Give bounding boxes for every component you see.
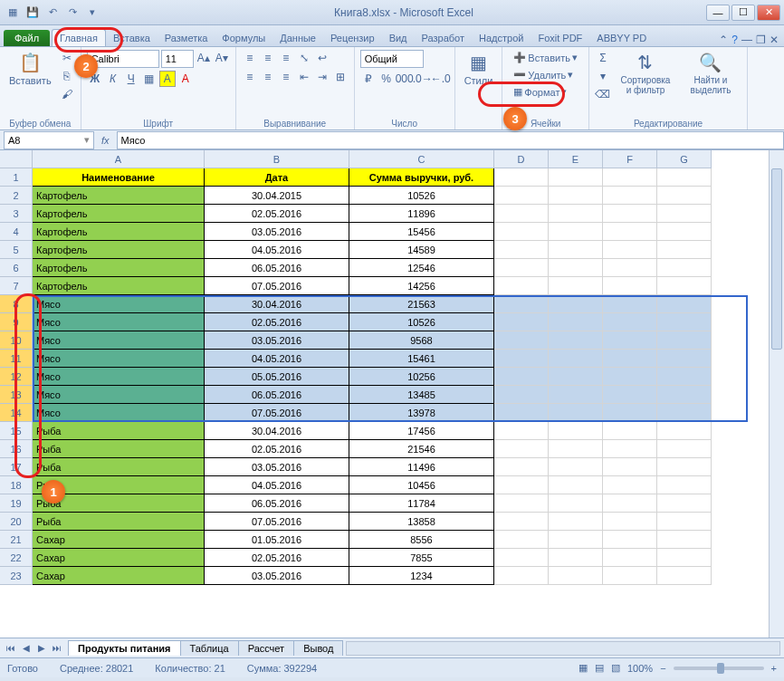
align-left-icon[interactable]: ≡ [242,69,258,85]
tab-review[interactable]: Рецензир [323,30,382,46]
cell[interactable]: 07.05.2016 [205,513,349,531]
cell[interactable]: 11784 [349,494,494,513]
shrink-font-icon[interactable]: A▾ [214,50,230,66]
paste-button[interactable]: 📋 Вставить [5,50,55,88]
cell[interactable] [549,368,603,386]
bold-button[interactable]: Ж [87,71,103,87]
cell[interactable]: 10456 [349,476,494,494]
row-header[interactable]: 11 [0,350,33,368]
cell[interactable] [657,513,712,531]
cell[interactable]: 21546 [349,440,494,458]
cell[interactable] [494,223,549,241]
cell[interactable] [657,476,712,494]
fill-icon[interactable]: ▾ [595,68,611,84]
cell[interactable] [603,422,657,440]
row-header[interactable]: 14 [0,404,33,422]
row-header[interactable]: 3 [0,205,33,223]
fill-color-icon[interactable]: A [159,71,176,87]
cell[interactable] [549,422,603,440]
autosum-icon[interactable]: Σ [595,50,611,66]
tab-addins[interactable]: Надстрой [472,30,531,46]
cell[interactable]: 8556 [349,531,494,549]
cell[interactable]: 14256 [349,277,494,295]
comma-icon[interactable]: 000 [397,71,413,87]
cell[interactable] [603,259,657,277]
cell[interactable] [549,168,603,187]
cell[interactable] [603,350,657,368]
sheet-tab[interactable]: Продукты питания [68,640,181,656]
qat-more-icon[interactable]: ▾ [83,4,101,22]
cell[interactable] [603,205,657,223]
sheet-last-icon[interactable]: ⏭ [50,641,64,656]
cell[interactable] [494,295,549,313]
cell[interactable]: 04.05.2016 [205,476,349,494]
row-header[interactable]: 15 [0,422,33,440]
row-header[interactable]: 8 [0,295,33,313]
cell[interactable] [603,531,657,549]
cell[interactable]: 03.05.2016 [205,223,349,241]
cell[interactable]: 13858 [349,513,494,531]
cell[interactable] [657,313,712,331]
cell[interactable] [657,277,712,295]
zoom-in-button[interactable]: + [771,663,777,674]
cell[interactable] [494,422,549,440]
cell[interactable] [549,350,603,368]
row-header[interactable]: 16 [0,440,33,458]
cell[interactable] [603,476,657,494]
cell[interactable] [603,295,657,313]
cell[interactable]: Рыба [33,513,205,531]
cell[interactable]: 21563 [349,295,494,313]
cell[interactable] [549,259,603,277]
redo-icon[interactable]: ↷ [63,4,81,22]
view-pagebreak-icon[interactable]: ▧ [611,662,620,674]
cell[interactable] [549,494,603,513]
tab-formulas[interactable]: Формулы [215,30,272,46]
cell[interactable]: Картофель [33,277,205,295]
cell[interactable] [494,205,549,223]
cell[interactable] [549,386,603,404]
cell[interactable] [603,440,657,458]
column-header-E[interactable]: E [549,150,603,168]
row-header[interactable]: 19 [0,494,33,513]
cell[interactable]: Мясо [33,313,205,331]
zoom-slider[interactable] [674,667,764,670]
cell[interactable]: 02.05.2016 [205,440,349,458]
horizontal-scrollbar[interactable] [346,641,780,656]
tab-developer[interactable]: Разработ [415,30,472,46]
tab-insert[interactable]: Вставка [106,30,158,46]
row-header[interactable]: 7 [0,277,33,295]
percent-icon[interactable]: % [378,71,395,87]
cell[interactable]: 15461 [349,350,494,368]
cell[interactable] [494,259,549,277]
cell[interactable] [494,549,549,567]
cell[interactable] [603,168,657,187]
workbook-restore-icon[interactable]: ❐ [756,34,766,46]
tab-view[interactable]: Вид [382,30,415,46]
cell[interactable]: Картофель [33,223,205,241]
cell[interactable]: 9568 [349,331,494,350]
cell[interactable] [549,187,603,205]
help-icon[interactable]: ? [731,34,738,46]
minimize-button[interactable]: — [706,5,730,21]
file-tab[interactable]: Файл [4,30,50,46]
cell[interactable]: 30.04.2016 [205,422,349,440]
cell[interactable] [549,277,603,295]
row-header[interactable]: 22 [0,549,33,567]
cell[interactable] [549,440,603,458]
font-size-combo[interactable]: 11 [161,50,194,68]
cell[interactable]: 13978 [349,404,494,422]
decrease-indent-icon[interactable]: ⇤ [296,69,312,85]
row-header[interactable]: 17 [0,458,33,476]
cell[interactable]: Рыба [33,494,205,513]
workbook-close-icon[interactable]: ✕ [770,34,779,46]
cell[interactable]: Картофель [33,205,205,223]
column-header-B[interactable]: B [205,150,349,168]
cell[interactable]: 11896 [349,205,494,223]
cell[interactable]: 30.04.2016 [205,295,349,313]
workbook-minimize-icon[interactable]: — [741,34,752,46]
cell[interactable]: Картофель [33,187,205,205]
cell[interactable] [657,187,712,205]
row-header[interactable]: 1 [0,168,33,187]
excel-icon[interactable]: ▦ [4,4,22,22]
copy-icon[interactable]: ⎘ [59,68,75,84]
